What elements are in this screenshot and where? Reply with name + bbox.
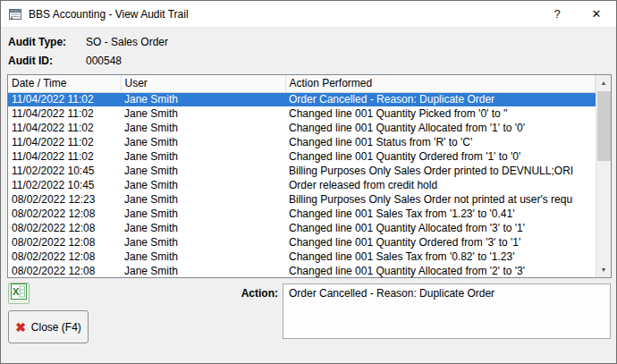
cell-action: Changed line 001 Quantity Picked from '0…: [285, 106, 596, 121]
cell-user: Jane Smith: [121, 92, 285, 106]
svg-text:X: X: [13, 286, 20, 297]
audit-type-label: Audit Type:: [8, 36, 66, 48]
export-to-excel-button[interactable]: X: [8, 283, 30, 304]
cell-action: Changed line 001 Quantity Allocated from…: [285, 121, 596, 135]
cell-user: Jane Smith: [121, 235, 285, 250]
cell-datetime: 11/02/2022 10:45: [8, 164, 121, 178]
cell-action: Billing Purposes Only Sales Order printe…: [285, 164, 596, 178]
app-icon: [8, 7, 22, 21]
cell-datetime: 11/04/2022 11:02: [8, 92, 121, 106]
column-header-datetime[interactable]: Date / Time: [8, 75, 121, 92]
audit-id-label: Audit ID:: [8, 55, 53, 67]
audit-table-scroll-area: Date / Time User Action Performed 11/04/…: [8, 75, 596, 277]
table-row[interactable]: 11/04/2022 11:02Jane SmithChanged line 0…: [8, 121, 596, 135]
cell-action: Order released from credit hold: [285, 178, 596, 192]
cell-action: Changed line 001 Sales Tax from '1.23' t…: [285, 207, 596, 221]
cell-datetime: 08/02/2022 12:08: [8, 207, 121, 221]
cell-user: Jane Smith: [121, 250, 285, 264]
cell-user: Jane Smith: [121, 178, 285, 192]
cell-datetime: 11/04/2022 11:02: [8, 106, 121, 121]
cell-datetime: 08/02/2022 12:08: [8, 250, 121, 264]
column-header-user[interactable]: User: [121, 75, 285, 92]
titlebar-buttons: ? ✕: [537, 1, 616, 27]
table-row[interactable]: 08/02/2022 12:08Jane SmithChanged line 0…: [8, 250, 596, 264]
table-row[interactable]: 08/02/2022 12:23Jane SmithBilling Purpos…: [8, 192, 596, 207]
cell-user: Jane Smith: [121, 207, 285, 221]
table-row[interactable]: 11/04/2022 11:02Jane SmithOrder Cancelle…: [8, 92, 596, 106]
cell-datetime: 11/04/2022 11:02: [8, 135, 121, 149]
vertical-scrollbar[interactable]: ▲ ▼: [596, 75, 611, 277]
column-header-action[interactable]: Action Performed: [285, 75, 596, 92]
cell-datetime: 11/02/2022 10:45: [8, 178, 121, 192]
audit-table: Date / Time User Action Performed 11/04/…: [8, 75, 596, 277]
help-button[interactable]: ?: [537, 1, 577, 27]
table-row[interactable]: 11/02/2022 10:45Jane SmithOrder released…: [8, 178, 596, 192]
cell-user: Jane Smith: [121, 192, 285, 207]
audit-table-body: 11/04/2022 11:02Jane SmithOrder Cancelle…: [8, 92, 596, 277]
table-row[interactable]: 08/02/2022 12:08Jane SmithChanged line 0…: [8, 264, 596, 277]
cell-user: Jane Smith: [121, 106, 285, 121]
cell-action: Changed line 001 Status from 'R' to 'C': [285, 135, 596, 149]
cell-action: Changed line 001 Quantity Allocated from…: [285, 264, 596, 277]
close-x-icon: ✖: [15, 321, 26, 334]
table-row[interactable]: 11/04/2022 11:02Jane SmithChanged line 0…: [8, 106, 596, 121]
action-detail-textbox[interactable]: Order Cancelled - Reason: Duplicate Orde…: [283, 284, 611, 339]
cell-user: Jane Smith: [121, 121, 285, 135]
cell-action: Changed line 001 Sales Tax from '0.82' t…: [285, 250, 596, 264]
scroll-up-icon[interactable]: ▲: [596, 75, 612, 90]
table-row[interactable]: 11/02/2022 10:45Jane SmithBilling Purpos…: [8, 164, 596, 178]
close-button[interactable]: ✖ Close (F4): [8, 310, 89, 343]
cell-user: Jane Smith: [121, 149, 285, 164]
table-row[interactable]: 08/02/2022 12:08Jane SmithChanged line 0…: [8, 221, 596, 235]
cell-datetime: 11/04/2022 11:02: [8, 121, 121, 135]
table-row[interactable]: 11/04/2022 11:02Jane SmithChanged line 0…: [8, 149, 596, 164]
table-row[interactable]: 08/02/2022 12:08Jane SmithChanged line 0…: [8, 207, 596, 221]
audit-trail-dialog: BBS Accounting - View Audit Trail ? ✕ Au…: [0, 0, 617, 364]
scroll-down-icon[interactable]: ▼: [596, 262, 612, 277]
cell-action: Changed line 001 Quantity Allocated from…: [285, 221, 596, 235]
cell-user: Jane Smith: [121, 135, 285, 149]
audit-type-value: SO - Sales Order: [86, 36, 168, 48]
audit-id-value: 000548: [86, 55, 122, 67]
cell-datetime: 08/02/2022 12:23: [8, 192, 121, 207]
action-label: Action:: [180, 287, 278, 300]
cell-user: Jane Smith: [121, 221, 285, 235]
audit-table-container: Date / Time User Action Performed 11/04/…: [7, 74, 612, 278]
cell-action: Billing Purposes Only Sales Order not pr…: [285, 192, 596, 207]
close-button-label: Close (F4): [31, 321, 81, 334]
cell-datetime: 11/04/2022 11:02: [8, 149, 121, 164]
cell-action: Changed line 001 Quantity Ordered from '…: [285, 235, 596, 250]
cell-datetime: 08/02/2022 12:08: [8, 264, 121, 277]
cell-datetime: 08/02/2022 12:08: [8, 235, 121, 250]
table-header-row: Date / Time User Action Performed: [8, 75, 596, 92]
window-close-button[interactable]: ✕: [577, 1, 616, 27]
excel-export-icon: X: [11, 284, 27, 303]
window-title: BBS Accounting - View Audit Trail: [29, 8, 189, 21]
scrollbar-thumb[interactable]: [597, 91, 611, 161]
table-row[interactable]: 08/02/2022 12:08Jane SmithChanged line 0…: [8, 235, 596, 250]
cell-action: Changed line 001 Quantity Ordered from '…: [285, 149, 596, 164]
cell-action: Order Cancelled - Reason: Duplicate Orde…: [285, 92, 596, 106]
cell-user: Jane Smith: [121, 264, 285, 277]
titlebar: BBS Accounting - View Audit Trail ? ✕: [1, 1, 616, 28]
cell-datetime: 08/02/2022 12:08: [8, 221, 121, 235]
cell-user: Jane Smith: [121, 164, 285, 178]
table-row[interactable]: 11/04/2022 11:02Jane SmithChanged line 0…: [8, 135, 596, 149]
